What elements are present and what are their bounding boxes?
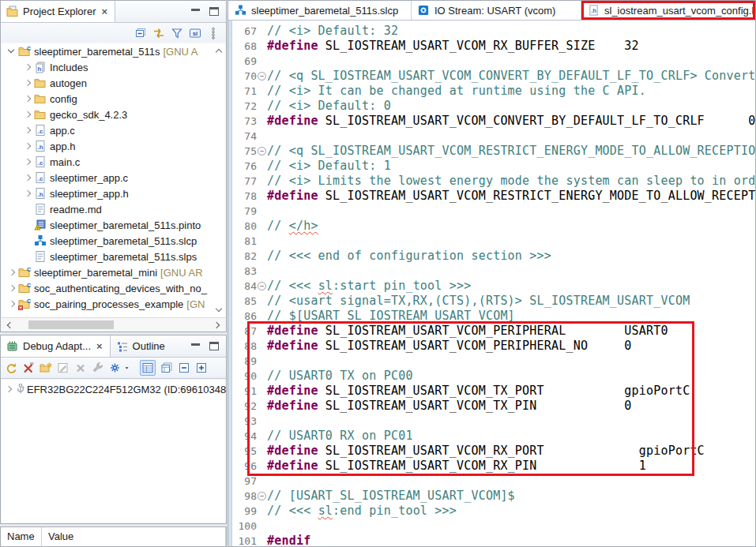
gear-menu-icon[interactable] bbox=[109, 362, 122, 374]
code-line[interactable]: 78#define SL_IOSTREAM_USART_VCOM_RESTRIC… bbox=[238, 189, 755, 204]
fold-collapse-icon[interactable] bbox=[257, 489, 267, 504]
code-line[interactable]: 71// <i> It can be changed at runtime us… bbox=[238, 84, 755, 99]
code-line[interactable]: 88#define SL_IOSTREAM_USART_VCOM_PERIPHE… bbox=[238, 339, 755, 354]
collapse-chevron-icon[interactable] bbox=[6, 46, 17, 57]
refresh-icon[interactable] bbox=[5, 362, 17, 374]
tree-item[interactable]: hIncludes bbox=[2, 59, 225, 75]
code-line[interactable]: 80// </h> bbox=[238, 219, 755, 234]
collapse-all-icon[interactable] bbox=[134, 27, 147, 39]
editor-tab[interactable]: IO Stream: USART (vcom) bbox=[412, 1, 581, 20]
expand-chevron-icon[interactable] bbox=[22, 93, 33, 104]
fold-collapse-icon[interactable] bbox=[257, 69, 267, 84]
tree-item[interactable]: config bbox=[2, 91, 225, 107]
tree-item[interactable]: .happ.h bbox=[2, 138, 225, 154]
expand-chevron-icon[interactable] bbox=[22, 62, 33, 73]
expand-chevron-icon[interactable] bbox=[6, 267, 17, 278]
editor-tab[interactable]: sleeptimer_baremetal_511s.slcp bbox=[228, 1, 412, 20]
code-line[interactable]: 67// <i> Default: 32 bbox=[238, 24, 755, 39]
code-line[interactable]: 76// <i> Default: 1 bbox=[238, 159, 755, 174]
expand-chevron-icon[interactable] bbox=[22, 125, 33, 136]
expand-chevron-icon[interactable] bbox=[22, 188, 33, 199]
code-line[interactable]: 101#endif bbox=[238, 534, 755, 546]
code-area[interactable]: 67// <i> Default: 3268#define SL_IOSTREA… bbox=[228, 21, 755, 546]
maximize-button[interactable] bbox=[209, 342, 219, 350]
tree-item[interactable]: autogen bbox=[2, 75, 225, 91]
tree-item[interactable]: sleeptimer_baremetal_511s.slps bbox=[2, 249, 225, 264]
code-line[interactable]: 98// [USART_SL_IOSTREAM_USART_VCOM]$ bbox=[238, 489, 755, 504]
table-view-selected-frame[interactable] bbox=[140, 360, 156, 376]
filter-icon[interactable] bbox=[171, 27, 183, 39]
expand-all-icon[interactable] bbox=[195, 362, 208, 374]
scroll-right-icon[interactable] bbox=[213, 320, 222, 330]
code-line[interactable]: 72// <i> Default: 0 bbox=[238, 99, 755, 114]
disconnect-icon[interactable] bbox=[22, 362, 35, 374]
copy-view-icon[interactable] bbox=[160, 362, 173, 374]
close-icon[interactable]: × bbox=[101, 6, 107, 17]
minimize-button[interactable] bbox=[191, 8, 200, 16]
code-line[interactable]: 84// <<< sl:start pin_tool >>> bbox=[238, 279, 755, 294]
expand-chevron-icon[interactable] bbox=[22, 77, 33, 88]
tab-debug-adapters[interactable]: Debug Adapt... × bbox=[1, 335, 111, 357]
tab-project-explorer[interactable]: Project Explorer × bbox=[1, 1, 115, 22]
view-menu-icon[interactable] bbox=[207, 27, 220, 39]
code-line[interactable]: 85// <usart signal=TX,RX,(CTS),(RTS)> SL… bbox=[238, 294, 755, 309]
column-header-name[interactable]: Name bbox=[1, 527, 42, 546]
tab-outline[interactable]: Outline bbox=[111, 335, 172, 357]
code-line[interactable]: 89 bbox=[238, 354, 755, 369]
code-line[interactable]: 75// <q SL_IOSTREAM_USART_VCOM_RESTRICT_… bbox=[238, 144, 755, 159]
code-line[interactable]: 97 bbox=[238, 474, 755, 489]
code-line[interactable]: 100 bbox=[238, 519, 755, 534]
scroll-left-icon[interactable] bbox=[5, 320, 14, 330]
fold-collapse-icon[interactable] bbox=[257, 144, 267, 159]
code-line[interactable]: 82// <<< end of configuration section >>… bbox=[238, 249, 755, 264]
column-header-value[interactable]: Value bbox=[42, 527, 226, 546]
code-line[interactable]: 74 bbox=[238, 129, 755, 144]
rename-icon[interactable] bbox=[57, 362, 70, 374]
code-line[interactable]: 91#define SL_IOSTREAM_USART_VCOM_TX_PORT… bbox=[238, 384, 755, 399]
maximize-button[interactable] bbox=[209, 7, 219, 16]
code-line[interactable]: 96#define SL_IOSTREAM_USART_VCOM_RX_PIN … bbox=[238, 459, 755, 474]
code-line[interactable]: 81 bbox=[238, 234, 755, 249]
code-line[interactable]: 92#define SL_IOSTREAM_USART_VCOM_TX_PIN … bbox=[238, 399, 755, 414]
tree-item[interactable]: Csleeptimer_baremetal_mini[GNU AR bbox=[2, 264, 225, 280]
code-line[interactable]: 95#define SL_IOSTREAM_USART_VCOM_RX_PORT… bbox=[238, 444, 755, 459]
tree-item[interactable]: .hsleeptimer_app.h bbox=[2, 185, 225, 201]
code-line[interactable]: 77// <i> Limits the lowest energy mode t… bbox=[238, 174, 755, 189]
tree-item[interactable]: !sleeptimer_baremetal_511s.pinto bbox=[2, 217, 225, 233]
code-line[interactable]: 83 bbox=[238, 264, 755, 279]
code-line[interactable]: 87#define SL_IOSTREAM_USART_VCOM_PERIPHE… bbox=[238, 324, 755, 339]
si-filter-icon[interactable]: si bbox=[189, 27, 201, 39]
table-view-icon[interactable] bbox=[141, 362, 154, 374]
tree-item[interactable]: gecko_sdk_4.2.3 bbox=[2, 107, 225, 122]
dropdown-arrow-icon[interactable] bbox=[123, 362, 130, 374]
code-line[interactable]: 86// $[USART_SL_IOSTREAM_USART_VCOM] bbox=[238, 309, 755, 324]
fold-collapse-icon[interactable] bbox=[257, 279, 267, 294]
code-line[interactable]: 94// USART0 RX on PC01 bbox=[238, 429, 755, 444]
tree-item[interactable]: .cmain.c bbox=[2, 154, 225, 170]
minimize-button[interactable] bbox=[191, 343, 200, 350]
expand-chevron-icon[interactable] bbox=[6, 298, 17, 309]
link-with-editor-icon[interactable] bbox=[152, 27, 165, 39]
debug-adapter-item[interactable]: EFR32BG22C224F512GM32 (ID:69610348 bbox=[2, 380, 225, 399]
expand-chevron-icon[interactable] bbox=[22, 156, 33, 167]
collapse-all-2-icon[interactable] bbox=[178, 362, 190, 374]
expand-chevron-icon[interactable] bbox=[22, 140, 33, 152]
tree-item[interactable]: Csoc_authenticating_devices_with_no_ bbox=[2, 280, 225, 296]
tools-icon[interactable] bbox=[92, 362, 104, 374]
tree-item[interactable]: Csleeptimer_baremetal_511s[GNU A bbox=[2, 43, 225, 59]
expand-chevron-icon[interactable] bbox=[6, 283, 17, 294]
code-line[interactable]: 68#define SL_IOSTREAM_USART_VCOM_RX_BUFF… bbox=[238, 39, 755, 54]
new-group-icon[interactable] bbox=[39, 362, 52, 374]
horizontal-scrollbar[interactable] bbox=[2, 317, 225, 331]
expand-chevron-icon[interactable] bbox=[22, 172, 33, 183]
expand-chevron-icon[interactable] bbox=[3, 384, 14, 395]
scrollbar-thumb[interactable] bbox=[28, 320, 114, 329]
editor-tab[interactable]: .hsl_iostream_usart_vcom_config.h× bbox=[581, 1, 755, 20]
tree-item[interactable]: readme.md bbox=[2, 201, 225, 217]
expand-chevron-icon[interactable] bbox=[22, 109, 33, 120]
scroll-down-icon[interactable] bbox=[214, 305, 224, 314]
code-line[interactable]: 69 bbox=[238, 54, 755, 69]
tree-item[interactable]: sleeptimer_baremetal_511s.slcp bbox=[2, 233, 225, 249]
code-line[interactable]: 73#define SL_IOSTREAM_USART_VCOM_CONVERT… bbox=[238, 114, 755, 129]
code-line[interactable]: 79 bbox=[238, 204, 755, 219]
